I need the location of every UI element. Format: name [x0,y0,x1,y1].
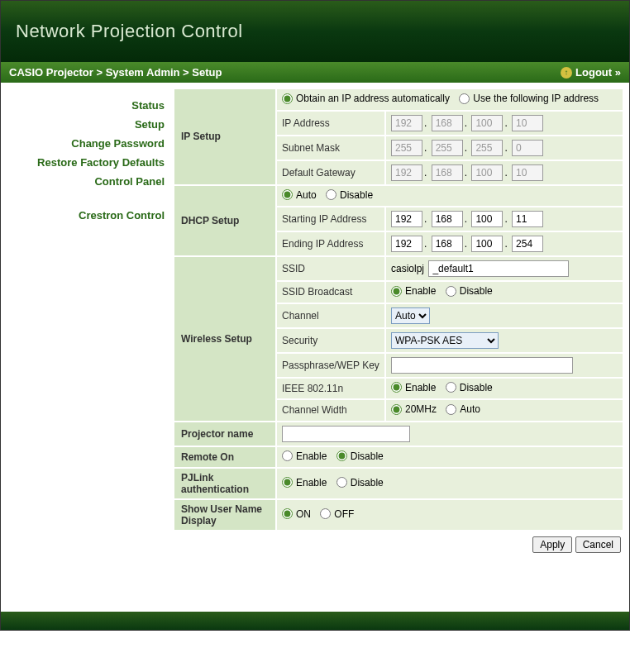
app-header: Network Projection Control [1,1,629,62]
apply-button[interactable]: Apply [532,536,572,553]
ieee-enable-radio[interactable] [391,382,402,393]
sidebar-item-setup[interactable]: Setup [9,115,165,134]
dhcp-end-3[interactable] [471,236,503,252]
username-on-radio[interactable] [282,508,293,519]
ssid-input[interactable] [428,260,569,277]
passphrase-label: Passphrase/WEP Key [277,354,384,377]
dhcp-start-2[interactable] [432,211,463,227]
gateway-label: Default Gateway [277,161,384,184]
ip-mode-auto-radio[interactable] [282,93,293,104]
ip-address-3[interactable] [471,115,503,131]
subnet-3[interactable] [471,140,503,156]
cw-auto-radio[interactable] [446,404,456,415]
dhcp-start-3[interactable] [471,211,503,227]
remote-disable-label: Disable [351,450,384,462]
breadcrumb-bar: CASIO Projector > System Admin > Setup ↑… [1,62,629,83]
dhcp-disable-label: Disable [340,189,373,201]
ip-mode-manual-label: Use the following IP address [473,93,599,104]
pjlink-enable-radio[interactable] [282,477,293,488]
gateway-2[interactable] [432,164,463,181]
ip-address-1[interactable] [391,115,422,131]
remote-enable-radio[interactable] [282,450,293,461]
sidebar-item-restore-defaults[interactable]: Restore Factory Defaults [9,153,165,172]
dhcp-disable-radio[interactable] [326,189,336,200]
dhcp-end-1[interactable] [391,236,422,252]
security-label: Security [277,329,384,352]
dhcp-start-1[interactable] [391,211,422,227]
broadcast-enable-radio[interactable] [391,286,402,297]
cancel-button[interactable]: Cancel [575,536,621,553]
sidebar-item-control-panel[interactable]: Control Panel [9,172,165,191]
channel-label: Channel [277,304,384,327]
security-select[interactable]: WPA-PSK AES [391,332,499,349]
gateway-3[interactable] [471,164,503,181]
gateway-1[interactable] [391,164,422,181]
footer-bar [1,612,629,630]
breadcrumb: CASIO Projector > System Admin > Setup [9,66,222,79]
dhcp-end-4[interactable] [512,236,543,252]
ssid-broadcast-label: SSID Broadcast [277,282,384,303]
dhcp-start-label: Starting IP Address [277,207,384,231]
up-arrow-icon: ↑ [561,67,572,79]
logout-link[interactable]: ↑ Logout » [561,66,621,79]
subnet-4[interactable] [512,140,543,156]
cw-20-label: 20MHz [405,403,437,415]
ieee-enable-label: Enable [405,382,436,393]
content-area: IP Setup Obtain an IP address automatica… [173,83,629,612]
username-display-label: Show User Name Display [174,500,275,530]
sidebar-item-change-password[interactable]: Change Password [9,134,165,153]
broadcast-disable-label: Disable [460,285,493,297]
dhcp-section-label: DHCP Setup [174,186,275,256]
logout-label: Logout » [575,66,621,79]
channel-select[interactable]: Auto [391,307,430,324]
username-on-label: ON [296,508,311,520]
ssid-prefix: casiolpj [391,263,424,274]
broadcast-enable-label: Enable [405,285,436,297]
cw-20-radio[interactable] [391,404,402,415]
dhcp-auto-label: Auto [296,189,317,201]
wireless-section-label: Wireless Setup [174,257,275,421]
remote-on-label: Remote On [174,447,275,468]
username-off-label: OFF [334,508,354,520]
dhcp-start-4[interactable] [512,211,543,227]
cw-auto-label: Auto [460,403,480,415]
projector-name-input[interactable] [282,426,410,442]
passphrase-input[interactable] [391,357,573,374]
sidebar-item-crestron[interactable]: Crestron Control [9,206,165,225]
ip-setup-section-label: IP Setup [174,89,275,184]
pjlink-disable-label: Disable [351,477,384,489]
subnet-label: Subnet Mask [277,136,384,160]
gateway-4[interactable] [512,164,543,181]
dhcp-auto-radio[interactable] [282,189,293,200]
remote-disable-radio[interactable] [336,450,347,461]
projector-name-label: Projector name [174,422,275,446]
subnet-1[interactable] [391,140,422,156]
ip-address-4[interactable] [512,115,543,131]
broadcast-disable-radio[interactable] [446,286,456,297]
sidebar: Status Setup Change Password Restore Fac… [1,83,173,612]
ip-address-2[interactable] [432,115,463,131]
dhcp-end-2[interactable] [432,236,463,252]
pjlink-label: PJLink authentication [174,469,275,498]
ip-address-label: IP Address [277,112,384,135]
ssid-label: SSID [277,257,384,280]
ieee-disable-label: Disable [460,382,493,393]
pjlink-enable-label: Enable [296,477,327,489]
pjlink-disable-radio[interactable] [336,477,347,488]
dhcp-end-label: Ending IP Address [277,232,384,255]
ip-mode-manual-radio[interactable] [459,93,470,104]
ip-mode-auto-label: Obtain an IP address automatically [296,93,450,104]
ieee-label: IEEE 802.11n [277,379,384,399]
app-title: Network Projection Control [16,21,243,42]
username-off-radio[interactable] [320,508,331,519]
subnet-2[interactable] [432,140,463,156]
ieee-disable-radio[interactable] [446,382,456,393]
sidebar-item-status[interactable]: Status [9,96,165,115]
cw-label: Channel Width [277,400,384,421]
remote-enable-label: Enable [296,450,327,462]
